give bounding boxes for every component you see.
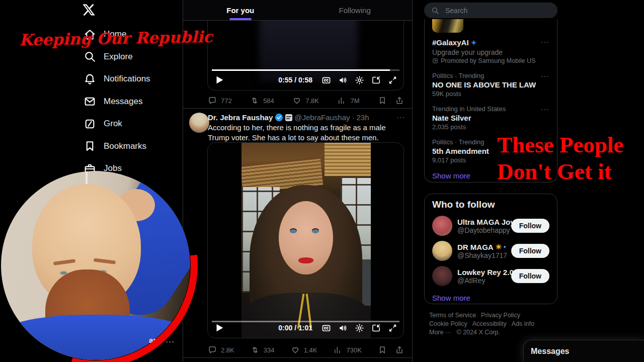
footer-link[interactable]: Ads info (512, 320, 534, 327)
promoted-trend-thumbnail[interactable] (432, 19, 463, 33)
footer-link[interactable]: Accessibility (472, 320, 507, 327)
analytics-icon (333, 345, 342, 354)
footer-link[interactable]: Cookie Policy (429, 320, 467, 327)
tweet-header: Dr. Jebra Faushay @JebraFaushay · 23h ··… (208, 113, 405, 122)
repost-button[interactable]: 334 (251, 345, 275, 354)
settings-button[interactable] (355, 75, 364, 85)
play-button[interactable] (214, 322, 225, 333)
webcam-hoodie (1, 315, 190, 360)
trend-more-button[interactable]: ··· (541, 105, 549, 113)
like-button[interactable]: 7.8K (292, 96, 319, 105)
trend-post-count: 59K posts (432, 89, 549, 98)
nav-label: Notifications (104, 74, 150, 84)
views-button[interactable]: 7M (337, 96, 359, 105)
repost-button[interactable]: 584 (250, 96, 274, 105)
nav-item-bookmarks[interactable]: Bookmarks (0, 135, 181, 158)
follow-button[interactable]: Follow (511, 244, 549, 258)
volume-button[interactable] (338, 323, 348, 333)
active-tab-indicator (229, 18, 252, 20)
pip-button[interactable] (371, 75, 381, 85)
caption-line-2: Don't Get it (497, 158, 623, 185)
profile-more-button[interactable]: ··· (166, 337, 175, 345)
nav-item-messages[interactable]: Messages (0, 90, 181, 113)
messages-drawer-title: Messages (531, 347, 644, 356)
captions-button[interactable] (321, 323, 331, 333)
search-input[interactable]: Search (424, 3, 557, 18)
video-1-controls: 0:55 / 0:58 (208, 73, 404, 86)
tweet-author-handle[interactable]: @JebraFaushay (294, 113, 350, 122)
video-player-2[interactable]: 0:00 / 1:01 (207, 142, 404, 338)
avatar[interactable] (432, 216, 452, 236)
trend-more-button[interactable]: ··· (541, 72, 549, 80)
suggested-user-handle: @Shaykay1717 (457, 251, 506, 259)
repost-icon (250, 96, 259, 105)
post-divider (183, 357, 412, 358)
nav-item-notifications[interactable]: Notifications (0, 68, 181, 90)
trend-subtitle: Upgrade your upgrade (432, 48, 549, 57)
profile-name-partial[interactable]: an (149, 336, 158, 344)
pip-button[interactable] (371, 323, 381, 333)
verified-badge-icon (504, 243, 506, 251)
trend-item[interactable]: Trending in United States Nate Silver 2,… (432, 105, 549, 131)
bookmark-icon (84, 140, 96, 152)
tab-for-you[interactable]: For you (183, 0, 298, 20)
bookmark-icon[interactable] (378, 96, 387, 105)
trend-more-button[interactable]: ··· (541, 38, 549, 46)
bookmark-icon[interactable] (378, 345, 387, 354)
volume-button[interactable] (338, 75, 348, 85)
trend-item[interactable]: Politics · Trending NO ONE IS ABOVE THE … (432, 72, 549, 98)
post-2-save-share (378, 345, 404, 354)
tab-following[interactable]: Following (298, 0, 413, 20)
trend-post-count: 2,035 posts (432, 123, 549, 131)
footer-link[interactable]: Terms of Service (429, 312, 476, 319)
messages-drawer[interactable]: Messages (523, 340, 644, 362)
x-logo-icon[interactable] (82, 3, 96, 17)
nav-item-grok[interactable]: Grok (0, 113, 181, 135)
settings-button[interactable] (355, 323, 364, 333)
captions-button[interactable] (321, 75, 331, 85)
search-placeholder: Search (445, 7, 467, 15)
sun-icon: ☀ (496, 243, 502, 251)
reply-button[interactable]: 2.8K (208, 345, 234, 354)
share-icon[interactable] (395, 96, 404, 105)
video-1-progress-bar[interactable] (212, 69, 399, 71)
tweet-more-button[interactable]: ··· (396, 113, 405, 121)
fullscreen-button[interactable] (388, 323, 397, 333)
heart-icon (292, 96, 301, 105)
follow-suggestion-row[interactable]: DR MAGA ☀ @Shaykay1717 Follow (425, 238, 557, 263)
verified-badge-icon (275, 113, 283, 122)
video-1-blurred-frame (259, 20, 358, 82)
nav-label: Messages (104, 97, 142, 107)
tweet-author-avatar[interactable] (189, 113, 209, 133)
grok-icon (84, 118, 96, 130)
share-icon[interactable] (395, 345, 404, 354)
caption-overlay: These People Don't Get it (497, 132, 623, 185)
trend-item-promoted[interactable]: #GalaxyAI ✦ Upgrade your upgrade Promote… (432, 38, 549, 65)
footer-more-link[interactable]: More ··· (429, 329, 451, 336)
tweet-author-name[interactable]: Dr. Jebra Faushay (208, 113, 273, 122)
avatar[interactable] (432, 241, 452, 261)
reply-button[interactable]: 772 (208, 96, 232, 105)
timeline-tabbar: For you Following (183, 0, 412, 21)
suggested-user-name[interactable]: Lowkey Rey 2.0 (457, 268, 514, 277)
play-button[interactable] (214, 74, 225, 85)
nav-item-explore[interactable]: Explore (0, 46, 181, 68)
footer-link[interactable]: Privacy Policy (481, 312, 520, 319)
avatar[interactable] (432, 266, 452, 286)
follow-button[interactable]: Follow (511, 269, 549, 283)
video-player-1[interactable]: 0:55 / 0:58 (207, 20, 404, 90)
follow-suggestion-row[interactable]: Lowkey Rey 2.0 @AtlRey Follow (425, 263, 557, 289)
footer-copyright: © 2024 X Corp. (456, 329, 500, 336)
wtf-show-more-link[interactable]: Show more (425, 289, 557, 307)
suggested-user-name[interactable]: DR MAGA (457, 243, 494, 251)
nav-label: Bookmarks (104, 141, 146, 151)
post-2-action-bar: 2.8K 334 1.4K 730K (208, 344, 404, 355)
follow-suggestion-row[interactable]: Ultra MAGA Joyce Day @Daytobehappy Follo… (425, 213, 557, 238)
channel-watermark: Keeping Our Republic (19, 28, 213, 49)
like-button[interactable]: 1.4K (291, 345, 317, 354)
tweet-timestamp[interactable]: 23h (357, 113, 369, 122)
follow-button[interactable]: Follow (511, 219, 549, 233)
fullscreen-button[interactable] (388, 75, 397, 85)
views-button[interactable]: 730K (333, 345, 361, 354)
post-1-action-bar: 772 584 7.8K 7M (208, 95, 404, 106)
